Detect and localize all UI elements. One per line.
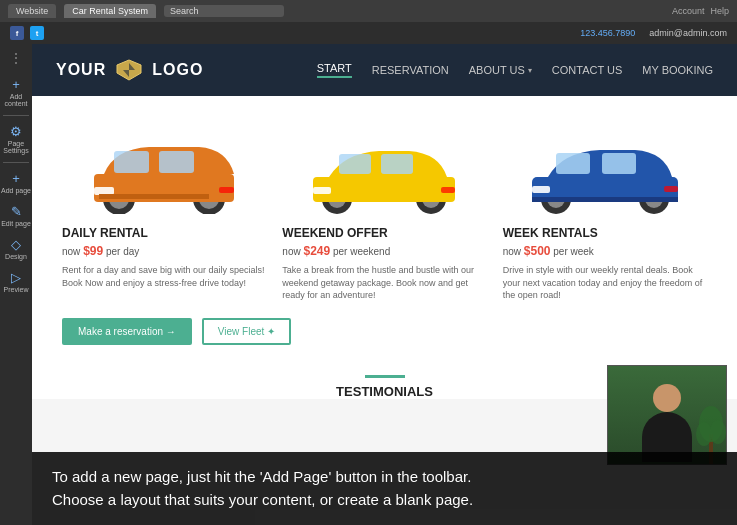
svg-rect-29	[664, 186, 678, 192]
svg-point-34	[710, 420, 726, 444]
person-background	[608, 366, 726, 464]
car-desc-week: Drive in style with our weekly rental de…	[503, 264, 707, 302]
sidebar-handle[interactable]: ⋮	[9, 50, 23, 66]
address-bar[interactable]: Search	[164, 5, 284, 17]
browser-tabs: Website Car Rental System Search	[8, 4, 662, 18]
car-desc-daily: Rent for a day and save big with our dai…	[62, 264, 266, 289]
svg-rect-20	[441, 187, 455, 193]
svg-rect-17	[339, 154, 371, 174]
car-svg-blue	[520, 119, 690, 214]
car-title-weekend: WEEKEND OFFER	[282, 226, 486, 240]
sidebar-divider-1	[3, 115, 29, 116]
sidebar-item-edit-page[interactable]: ✎ Edit page	[0, 199, 32, 232]
person-head	[653, 384, 681, 412]
tooltip-overlay: To add a new page, just hit the 'Add Pag…	[32, 452, 737, 525]
contact-info: 123.456.7890 admin@admin.com	[580, 28, 727, 38]
logo-text-after: LOGO	[152, 61, 203, 79]
logo-text-before: YOUR	[56, 61, 106, 79]
sidebar-add-page-label: Add page	[1, 187, 31, 194]
sidebar-add-content-label: Add content	[0, 93, 32, 107]
nav-item-contact[interactable]: CONTACT US	[552, 64, 623, 76]
cta-buttons: Make a reservation → View Fleet ✦	[62, 318, 707, 345]
email-address: admin@admin.com	[649, 28, 727, 38]
browser-tab-car-rental[interactable]: Car Rental System	[64, 4, 156, 18]
car-title-daily: DAILY RENTAL	[62, 226, 266, 240]
logo-area: YOUR LOGO	[56, 59, 203, 81]
social-icons: f t	[10, 26, 44, 40]
site-content: YOUR LOGO START RESERVATION ABOUT US ▾ C…	[32, 44, 737, 525]
testimonials-divider	[365, 375, 405, 378]
sidebar-item-add-page[interactable]: + Add page	[0, 166, 32, 199]
svg-rect-16	[313, 177, 455, 202]
help-link[interactable]: Help	[710, 6, 729, 16]
svg-rect-30	[532, 197, 678, 202]
svg-rect-19	[313, 187, 331, 194]
browser-bar: Website Car Rental System Search Account…	[0, 0, 737, 22]
add-page-icon: +	[12, 171, 20, 186]
cars-grid: DAILY RENTAL now $99 per day Rent for a …	[62, 116, 707, 302]
edit-page-icon: ✎	[11, 204, 22, 219]
svg-rect-9	[94, 187, 114, 195]
nav-item-start[interactable]: START	[317, 62, 352, 78]
logo-shield-icon	[114, 59, 144, 81]
sidebar-divider-2	[3, 162, 29, 163]
tab-car-rental-label: Car Rental System	[72, 6, 148, 16]
svg-rect-27	[602, 153, 636, 174]
page-settings-icon: ⚙	[10, 124, 22, 139]
fleet-button[interactable]: View Fleet ✦	[202, 318, 291, 345]
browser-tab-website[interactable]: Website	[8, 4, 56, 18]
video-person-overlay	[607, 365, 727, 465]
add-content-icon: +	[12, 77, 20, 92]
car-price-weekend: now $249 per weekend	[282, 244, 486, 258]
svg-point-33	[696, 422, 712, 446]
tab-website-label: Website	[16, 6, 48, 16]
svg-rect-10	[219, 187, 234, 193]
nav-item-booking[interactable]: MY BOOKING	[642, 64, 713, 76]
facebook-icon[interactable]: f	[10, 26, 24, 40]
svg-rect-26	[556, 153, 590, 174]
sidebar-preview-label: Preview	[4, 286, 29, 293]
car-desc-weekend: Take a break from the hustle and bustle …	[282, 264, 486, 302]
svg-rect-18	[381, 154, 413, 174]
design-icon: ◇	[11, 237, 21, 252]
sidebar-item-design[interactable]: ◇ Design	[0, 232, 32, 265]
svg-rect-11	[99, 194, 209, 199]
svg-rect-28	[532, 186, 550, 193]
site-wrapper: ⋮ + Add content ⚙ Page Settings + Add pa…	[0, 44, 737, 525]
car-svg-orange	[79, 119, 249, 214]
svg-rect-8	[159, 151, 194, 173]
car-card-weekend: WEEKEND OFFER now $249 per weekend Take …	[282, 116, 486, 302]
browser-actions: Account Help	[672, 6, 729, 16]
preview-icon: ▷	[11, 270, 21, 285]
sidebar-page-settings-label: Page Settings	[0, 140, 32, 154]
sidebar-design-label: Design	[5, 253, 27, 260]
address-text: Search	[170, 6, 199, 16]
car-title-week: WEEK RENTALS	[503, 226, 707, 240]
svg-rect-7	[114, 151, 149, 173]
editor-sidebar: ⋮ + Add content ⚙ Page Settings + Add pa…	[0, 44, 32, 525]
reservation-button[interactable]: Make a reservation →	[62, 318, 192, 345]
nav-menu: START RESERVATION ABOUT US ▾ CONTACT US …	[317, 62, 713, 78]
car-svg-yellow	[299, 119, 469, 214]
phone-number: 123.456.7890	[580, 28, 635, 38]
navigation-bar: YOUR LOGO START RESERVATION ABOUT US ▾ C…	[32, 44, 737, 96]
info-bar: f t 123.456.7890 admin@admin.com	[0, 22, 737, 44]
car-price-week: now $500 per week	[503, 244, 707, 258]
car-image-daily	[62, 116, 266, 216]
account-link[interactable]: Account	[672, 6, 705, 16]
chevron-down-icon: ▾	[528, 66, 532, 75]
nav-item-about[interactable]: ABOUT US ▾	[469, 64, 532, 76]
nav-about-label: ABOUT US	[469, 64, 525, 76]
sidebar-item-preview[interactable]: ▷ Preview	[0, 265, 32, 298]
tooltip-line2: Choose a layout that suits your content,…	[52, 491, 473, 508]
sidebar-edit-page-label: Edit page	[1, 220, 31, 227]
car-card-daily: DAILY RENTAL now $99 per day Rent for a …	[62, 116, 266, 302]
twitter-icon[interactable]: t	[30, 26, 44, 40]
car-card-week: WEEK RENTALS now $500 per week Drive in …	[503, 116, 707, 302]
car-image-weekend	[282, 116, 486, 216]
hero-section: DAILY RENTAL now $99 per day Rent for a …	[32, 96, 737, 365]
car-image-week	[503, 116, 707, 216]
sidebar-item-page-settings[interactable]: ⚙ Page Settings	[0, 119, 32, 159]
nav-item-reservation[interactable]: RESERVATION	[372, 64, 449, 76]
sidebar-item-add-content[interactable]: + Add content	[0, 72, 32, 112]
